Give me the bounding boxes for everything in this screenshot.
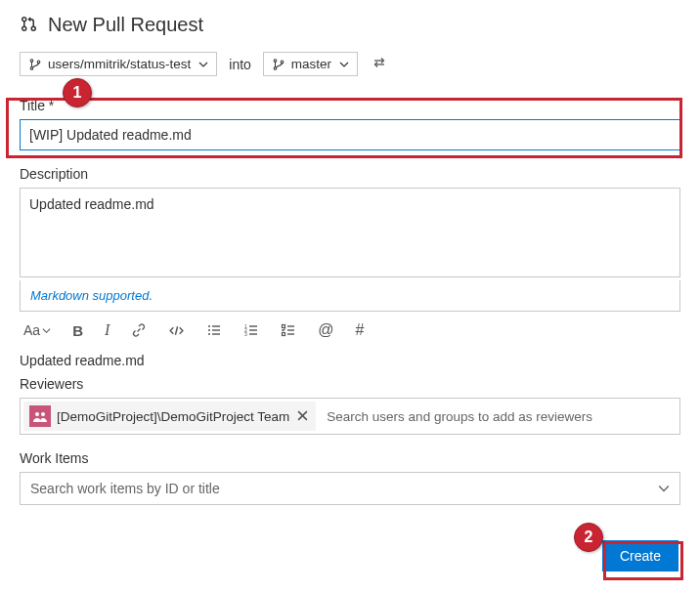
- svg-text:3: 3: [244, 331, 247, 337]
- work-items-picker[interactable]: Search work items by ID or title: [20, 472, 680, 505]
- target-branch-picker[interactable]: master: [263, 52, 358, 76]
- svg-point-27: [41, 412, 45, 416]
- svg-rect-14: [212, 333, 220, 334]
- reviewers-picker[interactable]: [DemoGitProject]\DemoGitProject Team: [20, 398, 680, 435]
- markdown-toolbar: Aa B I 123 @ #: [20, 312, 680, 353]
- svg-point-4: [30, 66, 33, 69]
- description-textarea[interactable]: [20, 188, 680, 277]
- svg-rect-12: [212, 325, 220, 326]
- svg-rect-20: [249, 333, 257, 334]
- chevron-down-icon: [198, 60, 208, 69]
- team-avatar-icon: [29, 405, 51, 427]
- markdown-supported-note[interactable]: Markdown supported.: [20, 280, 680, 312]
- svg-point-8: [281, 61, 284, 64]
- bold-button[interactable]: B: [72, 322, 83, 339]
- work-items-placeholder: Search work items by ID or title: [30, 481, 220, 496]
- reviewers-search-input[interactable]: [319, 402, 679, 432]
- page-title: New Pull Request: [48, 14, 203, 36]
- task-list-button[interactable]: [281, 322, 296, 338]
- svg-point-3: [30, 59, 33, 62]
- reviewer-chip-label: [DemoGitProject]\DemoGitProject Team: [57, 409, 289, 424]
- swap-branches-button[interactable]: [370, 53, 389, 75]
- svg-point-5: [37, 61, 40, 64]
- svg-point-2: [31, 26, 35, 30]
- chevron-down-icon: [339, 60, 349, 69]
- remove-reviewer-button[interactable]: [295, 409, 310, 424]
- annotation-badge-1: 1: [63, 78, 92, 107]
- chevron-down-icon: [658, 483, 670, 494]
- target-branch-label: master: [291, 57, 331, 71]
- font-size-button[interactable]: Aa: [23, 322, 51, 338]
- description-label: Description: [20, 166, 680, 182]
- svg-point-11: [208, 333, 210, 335]
- chevron-down-icon: [42, 326, 51, 335]
- numbered-list-button[interactable]: 123: [243, 322, 259, 338]
- link-button[interactable]: [131, 322, 147, 338]
- branch-icon: [272, 58, 285, 71]
- svg-rect-19: [249, 329, 257, 330]
- work-items-label: Work Items: [20, 450, 680, 466]
- svg-point-7: [274, 66, 277, 69]
- svg-point-9: [208, 325, 210, 327]
- source-branch-label: users/mmitrik/status-test: [48, 57, 191, 71]
- svg-rect-22: [283, 333, 285, 336]
- svg-rect-13: [212, 329, 220, 330]
- reviewers-label: Reviewers: [20, 376, 680, 392]
- reviewer-chip[interactable]: [DemoGitProject]\DemoGitProject Team: [23, 402, 316, 431]
- title-label: Title: [20, 98, 680, 113]
- hashtag-button[interactable]: #: [356, 321, 365, 339]
- source-branch-picker[interactable]: users/mmitrik/status-test: [20, 52, 217, 76]
- mention-button[interactable]: @: [318, 321, 333, 339]
- bulleted-list-button[interactable]: [206, 322, 222, 338]
- into-label: into: [229, 57, 251, 72]
- svg-point-6: [274, 59, 277, 62]
- svg-point-10: [208, 329, 210, 331]
- pull-request-icon: [20, 15, 38, 36]
- svg-point-1: [22, 26, 26, 30]
- description-preview: Updated readme.md: [20, 353, 680, 368]
- svg-point-26: [35, 412, 39, 416]
- create-button[interactable]: Create: [602, 540, 678, 572]
- svg-rect-18: [249, 325, 257, 326]
- svg-rect-21: [283, 325, 285, 328]
- code-button[interactable]: [168, 322, 185, 339]
- branch-icon: [28, 58, 42, 71]
- svg-point-0: [22, 17, 26, 21]
- italic-button[interactable]: I: [105, 321, 109, 339]
- annotation-badge-2: 2: [574, 523, 603, 552]
- title-input[interactable]: [20, 119, 680, 150]
